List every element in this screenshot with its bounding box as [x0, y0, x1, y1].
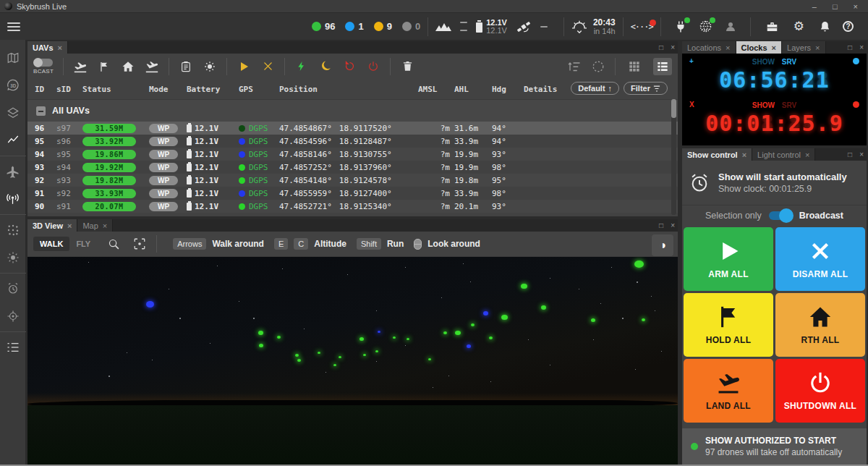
close-panel-icon[interactable]: × [859, 151, 864, 158]
wakeup-button[interactable] [294, 59, 309, 74]
hold-all-button[interactable]: HOLD ALL [684, 293, 773, 357]
uav-row-92[interactable]: 92s9319.82MWP12.1VDGPS47.4854148°18.9124… [27, 174, 678, 187]
sidebar-item-clocks[interactable] [0, 275, 26, 302]
tab-close-icon[interactable]: × [772, 43, 776, 52]
tab-close-icon[interactable]: × [726, 43, 730, 52]
uav-group-header[interactable]: All UAVs [27, 99, 678, 122]
column-header-hdg[interactable]: Hdg [492, 85, 524, 94]
broadcast-switch[interactable] [769, 211, 792, 220]
minimize-icon[interactable]: – [812, 0, 817, 13]
arm-all-button[interactable]: ARM ALL [684, 227, 773, 291]
tab-locations[interactable]: Locations× [682, 41, 736, 54]
tab-layers[interactable]: Layers× [782, 41, 825, 54]
sidebar-item-locations[interactable] [0, 302, 26, 330]
tab-close-icon[interactable]: × [103, 221, 107, 230]
flash-lights-button[interactable] [203, 59, 217, 74]
satellite-icon[interactable] [516, 19, 532, 35]
tab-close-icon[interactable]: × [58, 43, 62, 52]
recenter-icon[interactable] [130, 235, 149, 253]
walk-mode-button[interactable]: WALK [33, 237, 69, 251]
sidebar-item-log[interactable] [0, 334, 26, 361]
sidebar-item-rtk[interactable] [0, 185, 26, 213]
tab-close-icon[interactable]: × [815, 43, 820, 52]
broadcast-toggle[interactable]: BCAST [33, 59, 54, 75]
uav-row-96[interactable]: 96s9731.59MWP12.1VDGPS47.4854867°18.9117… [27, 122, 678, 135]
sunset-clock[interactable]: 20:43 in 14h [571, 18, 616, 35]
close-panel-icon[interactable]: × [671, 43, 675, 51]
tab-uavs[interactable]: UAVs× [27, 41, 68, 54]
notifications-bell-icon[interactable] [819, 20, 831, 33]
grid-view-button[interactable] [625, 58, 644, 75]
return-home-button[interactable] [121, 59, 135, 74]
battery-status[interactable]: 12.1V 12.1V [476, 19, 507, 35]
arm-start-button[interactable] [237, 59, 251, 74]
fly-mode-button[interactable]: FLY [69, 237, 97, 251]
position-hold-button[interactable] [97, 59, 111, 74]
disarm-stop-button[interactable] [260, 59, 275, 74]
column-header-mode[interactable]: Mode [149, 85, 187, 94]
shutdown-all-button[interactable]: SHUTDOWN ALL [775, 359, 865, 423]
float-panel-icon[interactable]: □ [659, 43, 663, 51]
disarm-all-button[interactable]: DISARM ALL [775, 227, 865, 291]
collapse-group-icon[interactable] [36, 106, 46, 116]
column-header-battery[interactable]: Battery [187, 85, 239, 94]
list-view-button[interactable] [653, 58, 672, 75]
float-panel-icon[interactable]: □ [659, 221, 663, 229]
sidebar-item-swarm[interactable] [0, 216, 26, 244]
land-all-button[interactable]: LAND ALL [684, 359, 773, 423]
uav-row-93[interactable]: 93s9419.92MWP12.1VDGPS47.4857252°18.9137… [27, 161, 678, 174]
settings-gear-icon[interactable]: ⚙ [793, 20, 804, 33]
column-header-position[interactable]: Position [279, 85, 418, 94]
sidebar-item-3d-view[interactable]: 3D [0, 72, 26, 99]
takeoff-button[interactable] [73, 59, 88, 74]
float-panel-icon[interactable]: □ [848, 43, 852, 51]
uav-row-94[interactable]: 94s9519.86MWP12.1VDGPS47.4858146°18.9130… [27, 148, 678, 161]
close-panel-icon[interactable]: × [671, 221, 675, 229]
uav-row-95[interactable]: 95s9633.92MWP12.1VDGPS47.4854596°18.9128… [27, 135, 678, 148]
tab-light-control[interactable]: Light control× [752, 148, 815, 161]
sort-button[interactable] [567, 59, 582, 74]
column-header-amsl[interactable]: AMSL [418, 85, 454, 94]
remove-button[interactable] [400, 59, 414, 74]
hamburger-menu-icon[interactable] [7, 22, 20, 31]
maximize-icon[interactable]: □ [833, 0, 838, 13]
network-globe-icon[interactable] [699, 20, 712, 33]
column-header-id[interactable]: ID [35, 85, 56, 94]
altitude-display-icon[interactable] [435, 21, 451, 33]
tab-close-icon[interactable]: × [742, 151, 746, 159]
uav-row-90[interactable]: 90s9120.07MWP12.1VDGPS47.4852721°18.9125… [27, 200, 678, 213]
column-header-ahl[interactable]: AHL [454, 85, 492, 94]
three-d-scene[interactable] [27, 257, 678, 465]
power-off-button[interactable] [366, 59, 380, 74]
uav-row-91[interactable]: 91s9233.93MWP12.1VDGPS47.4855959°18.9127… [27, 187, 678, 200]
tab-map[interactable]: Map× [77, 219, 113, 232]
sleep-button[interactable] [318, 59, 333, 74]
toolbox-icon[interactable] [765, 20, 779, 33]
column-header-sid[interactable]: sID [56, 85, 82, 94]
sidebar-item-flight[interactable] [0, 158, 26, 185]
tab-close-icon[interactable]: × [67, 221, 72, 230]
column-header-status[interactable]: Status [82, 85, 149, 94]
selection-mode-button[interactable] [591, 59, 605, 74]
close-panel-icon[interactable]: × [859, 43, 864, 51]
tab-close-icon[interactable]: × [805, 151, 809, 159]
help-icon[interactable]: ? [843, 21, 854, 32]
close-icon[interactable]: × [854, 0, 858, 13]
float-panel-icon[interactable]: □ [848, 151, 852, 158]
rtk-status-icon[interactable]: <···> [631, 22, 653, 32]
rth-all-button[interactable]: RTH ALL [775, 293, 865, 357]
sidebar-item-layers[interactable] [0, 99, 26, 127]
sidebar-item-light-control[interactable] [0, 244, 26, 271]
day-night-toggle[interactable]: ◑ [652, 234, 673, 256]
sidebar-item-map[interactable] [0, 44, 26, 72]
sidebar-item-charts[interactable] [0, 127, 26, 154]
tab-3d-view[interactable]: 3D View× [27, 219, 77, 232]
zoom-icon[interactable] [104, 235, 123, 253]
sort-preset-chip[interactable]: Default↑ [571, 82, 619, 95]
reboot-button[interactable] [342, 59, 357, 74]
land-button[interactable] [145, 59, 159, 74]
scrollbar-thumb[interactable] [671, 99, 676, 118]
tab-clocks[interactable]: Clocks× [736, 41, 783, 54]
column-header-gps[interactable]: GPS [239, 85, 279, 94]
filter-chip[interactable]: Filter [624, 82, 668, 95]
